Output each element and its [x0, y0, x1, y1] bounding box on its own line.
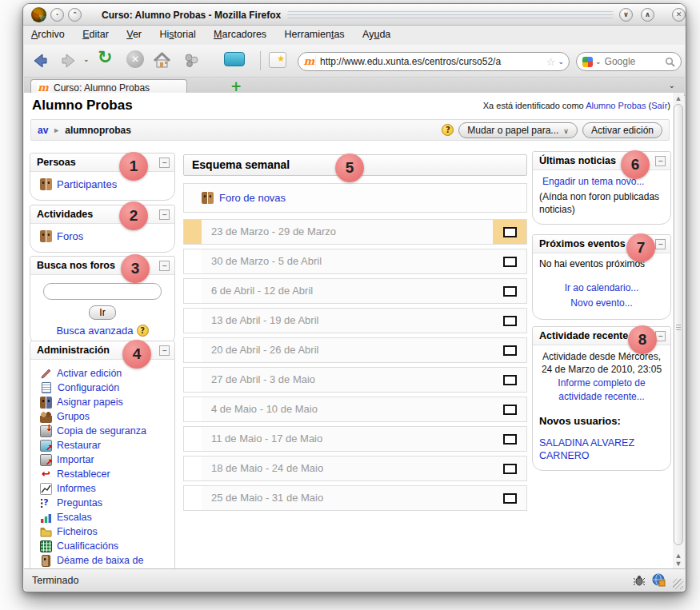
- week-toggle-checkbox[interactable]: [503, 227, 517, 237]
- keys-icon[interactable]: [182, 51, 200, 70]
- url-dropdown-icon[interactable]: ⌄: [558, 58, 564, 66]
- import-icon: [40, 454, 52, 466]
- forum-search-input[interactable]: [43, 283, 162, 300]
- collapse-icon[interactable]: [159, 157, 170, 168]
- search-bar[interactable]: ⌄: [576, 52, 682, 71]
- url-bar[interactable]: ☆ ⌄: [298, 52, 570, 71]
- admin-item[interactable]: Importar: [37, 453, 168, 467]
- collapse-icon[interactable]: [159, 261, 170, 271]
- collapse-icon[interactable]: [655, 156, 666, 166]
- maximize-button[interactable]: ∧: [641, 8, 654, 22]
- back-history-dropdown-icon[interactable]: ⌄: [83, 55, 90, 63]
- help-icon[interactable]: [137, 325, 149, 337]
- week-label: 27 de Abril - 3 de Maio: [202, 368, 493, 392]
- week-toggle-checkbox[interactable]: [503, 257, 517, 267]
- admin-item[interactable]: Preguntas: [37, 496, 168, 510]
- admin-item[interactable]: Escalas: [37, 510, 168, 524]
- week-row: 11 de Maio - 17 de Maio: [183, 426, 527, 452]
- web-search-input[interactable]: [605, 56, 665, 67]
- stop-button[interactable]: ✕: [126, 50, 144, 68]
- restore-icon: [40, 440, 52, 452]
- week-row: 4 de Maio - 10 de Maio: [183, 397, 527, 422]
- menu-ver[interactable]: Ver: [119, 26, 149, 43]
- admin-item[interactable]: Activar edición: [37, 366, 168, 381]
- vertical-scrollbar[interactable]: ▲ ▲▼: [673, 93, 684, 569]
- menu-marcadores[interactable]: Marcadores: [206, 26, 274, 43]
- profile-link[interactable]: Alumno Probas: [586, 101, 646, 110]
- role-select[interactable]: Mudar o papel para...∨: [458, 122, 578, 138]
- admin-item[interactable]: Cualificacións: [37, 539, 168, 553]
- admin-item[interactable]: Informes: [37, 481, 168, 496]
- collapse-icon[interactable]: [159, 345, 170, 356]
- collapse-icon[interactable]: [655, 239, 666, 249]
- admin-item[interactable]: Restablecer: [37, 467, 168, 481]
- magnifier-icon[interactable]: [665, 57, 675, 67]
- home-button[interactable]: [152, 51, 172, 70]
- reload-button[interactable]: ↻: [98, 48, 112, 67]
- scroll-up-icon[interactable]: ▲: [673, 94, 684, 102]
- collapse-icon[interactable]: [159, 209, 170, 220]
- search-go-button[interactable]: Ir: [89, 305, 115, 320]
- addon-icon[interactable]: [224, 52, 245, 66]
- status-text: Terminado: [32, 575, 78, 586]
- advanced-search-link[interactable]: Busca avanzada: [56, 325, 133, 337]
- admin-item[interactable]: Déame de baixa de alumnoprobas: [37, 553, 168, 569]
- block-administracion: Administración Activar edición Configura…: [30, 341, 175, 569]
- week-toggle-checkbox[interactable]: [503, 405, 517, 415]
- breadcrumb-home-link[interactable]: av: [38, 125, 48, 136]
- scrollbar-thumb[interactable]: [674, 104, 683, 545]
- forward-button[interactable]: [59, 51, 78, 70]
- menu-editar[interactable]: Editar: [75, 26, 116, 43]
- week-toggle-checkbox[interactable]: [503, 375, 517, 385]
- admin-item[interactable]: Configuración: [37, 381, 168, 395]
- menu-ayuda[interactable]: Ayuda: [355, 26, 398, 43]
- url-input[interactable]: [320, 56, 544, 67]
- block-title: Últimas noticias: [539, 154, 616, 167]
- bookmark-sidebar-icon[interactable]: ★: [269, 52, 286, 68]
- full-report-link[interactable]: Informe completo de actividade recente..…: [558, 377, 645, 402]
- admin-item[interactable]: Restaurar: [37, 438, 168, 453]
- minimize-button[interactable]: ∨: [619, 8, 633, 22]
- new-user-link[interactable]: SALADINA ALVAREZ CARNERO: [539, 437, 634, 461]
- admin-item[interactable]: Asignar papeis: [37, 395, 168, 409]
- logout-link[interactable]: Saír: [651, 101, 667, 110]
- week-toggle-checkbox[interactable]: [503, 345, 517, 356]
- help-icon[interactable]: [442, 124, 454, 136]
- groups-icon: [40, 411, 52, 423]
- close-button[interactable]: ✕: [672, 8, 686, 22]
- tab-list-dropdown-icon[interactable]: ⌄: [669, 81, 675, 90]
- back-button[interactable]: [30, 51, 50, 70]
- week-toggle-checkbox[interactable]: [503, 286, 517, 297]
- navigation-toolbar: ⌄ ↻ ✕ ★ ☆ ⌄ ⌄: [24, 45, 685, 78]
- scroll-buttons[interactable]: ▲▼: [673, 552, 684, 568]
- week-row: 18 de Maio - 24 de Maio: [183, 456, 527, 481]
- grades-icon: [40, 540, 52, 552]
- calendar-link[interactable]: Ir ao calendario...: [539, 281, 664, 296]
- title-bar[interactable]: · ⌃ Curso: Alumno Probas - Mozilla Firef…: [23, 4, 686, 26]
- admin-item[interactable]: Ficheiros: [37, 524, 168, 539]
- week-row: 27 de Abril - 3 de Maio: [183, 367, 527, 393]
- pin-button[interactable]: ·: [50, 8, 64, 22]
- week-toggle-checkbox[interactable]: [503, 493, 517, 504]
- week-toggle-checkbox[interactable]: [503, 434, 517, 445]
- week-label: 23 de Marzo - 29 de Marzo: [202, 220, 493, 244]
- admin-item[interactable]: Grupos: [37, 409, 168, 424]
- shade-button[interactable]: ⌃: [68, 8, 82, 22]
- foros-link[interactable]: Foros: [57, 230, 83, 242]
- bookmark-star-icon[interactable]: ☆: [546, 56, 556, 68]
- annotation-badge-2: 2: [119, 201, 148, 230]
- new-event-link[interactable]: Novo evento...: [539, 296, 664, 311]
- admin-item[interactable]: Copia de seguranza: [37, 424, 168, 438]
- menu-archivo[interactable]: Archivo: [24, 26, 72, 43]
- search-engine-dropdown-icon[interactable]: ⌄: [595, 58, 602, 66]
- firebug-icon[interactable]: [633, 574, 646, 587]
- week-toggle-checkbox[interactable]: [503, 464, 517, 474]
- turn-editing-on-button[interactable]: Activar edición: [582, 122, 662, 138]
- menu-herramientas[interactable]: Herramientas: [278, 26, 352, 43]
- menu-historial[interactable]: Historial: [153, 26, 203, 43]
- globe-addon-icon[interactable]: [652, 573, 666, 587]
- resize-grip[interactable]: [673, 579, 683, 589]
- news-forum-link[interactable]: Foro de novas: [219, 192, 286, 204]
- participants-link[interactable]: Participantes: [57, 178, 117, 190]
- week-toggle-checkbox[interactable]: [503, 316, 517, 326]
